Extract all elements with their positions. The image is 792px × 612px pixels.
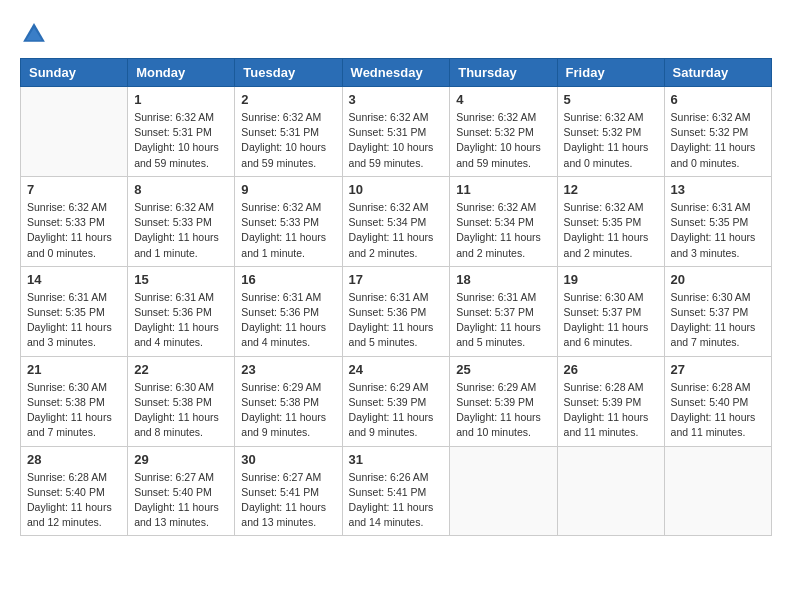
- logo-icon: [20, 20, 48, 48]
- day-info: Sunrise: 6:31 AMSunset: 5:36 PMDaylight:…: [241, 290, 335, 351]
- day-number: 18: [456, 272, 550, 287]
- day-number: 22: [134, 362, 228, 377]
- calendar-cell: 22Sunrise: 6:30 AMSunset: 5:38 PMDayligh…: [128, 356, 235, 446]
- day-info: Sunrise: 6:32 AMSunset: 5:31 PMDaylight:…: [241, 110, 335, 171]
- day-number: 31: [349, 452, 444, 467]
- day-number: 25: [456, 362, 550, 377]
- page-header: [20, 20, 772, 48]
- calendar-cell: [557, 446, 664, 536]
- calendar-cell: 24Sunrise: 6:29 AMSunset: 5:39 PMDayligh…: [342, 356, 450, 446]
- day-number: 11: [456, 182, 550, 197]
- weekday-header-row: SundayMondayTuesdayWednesdayThursdayFrid…: [21, 59, 772, 87]
- calendar-cell: 1Sunrise: 6:32 AMSunset: 5:31 PMDaylight…: [128, 87, 235, 177]
- day-number: 28: [27, 452, 121, 467]
- calendar-cell: [450, 446, 557, 536]
- calendar-cell: 10Sunrise: 6:32 AMSunset: 5:34 PMDayligh…: [342, 176, 450, 266]
- calendar-cell: 11Sunrise: 6:32 AMSunset: 5:34 PMDayligh…: [450, 176, 557, 266]
- day-info: Sunrise: 6:28 AMSunset: 5:40 PMDaylight:…: [671, 380, 765, 441]
- calendar-week-row-1: 1Sunrise: 6:32 AMSunset: 5:31 PMDaylight…: [21, 87, 772, 177]
- weekday-header-thursday: Thursday: [450, 59, 557, 87]
- calendar-cell: 28Sunrise: 6:28 AMSunset: 5:40 PMDayligh…: [21, 446, 128, 536]
- calendar-cell: 15Sunrise: 6:31 AMSunset: 5:36 PMDayligh…: [128, 266, 235, 356]
- day-number: 21: [27, 362, 121, 377]
- day-info: Sunrise: 6:28 AMSunset: 5:39 PMDaylight:…: [564, 380, 658, 441]
- calendar-cell: 23Sunrise: 6:29 AMSunset: 5:38 PMDayligh…: [235, 356, 342, 446]
- day-info: Sunrise: 6:28 AMSunset: 5:40 PMDaylight:…: [27, 470, 121, 531]
- day-info: Sunrise: 6:27 AMSunset: 5:41 PMDaylight:…: [241, 470, 335, 531]
- day-info: Sunrise: 6:31 AMSunset: 5:35 PMDaylight:…: [671, 200, 765, 261]
- day-info: Sunrise: 6:31 AMSunset: 5:36 PMDaylight:…: [349, 290, 444, 351]
- day-number: 1: [134, 92, 228, 107]
- day-number: 19: [564, 272, 658, 287]
- weekday-header-sunday: Sunday: [21, 59, 128, 87]
- calendar-cell: 17Sunrise: 6:31 AMSunset: 5:36 PMDayligh…: [342, 266, 450, 356]
- calendar-cell: 21Sunrise: 6:30 AMSunset: 5:38 PMDayligh…: [21, 356, 128, 446]
- calendar-cell: 29Sunrise: 6:27 AMSunset: 5:40 PMDayligh…: [128, 446, 235, 536]
- day-info: Sunrise: 6:31 AMSunset: 5:35 PMDaylight:…: [27, 290, 121, 351]
- calendar-week-row-4: 21Sunrise: 6:30 AMSunset: 5:38 PMDayligh…: [21, 356, 772, 446]
- day-number: 14: [27, 272, 121, 287]
- calendar-week-row-3: 14Sunrise: 6:31 AMSunset: 5:35 PMDayligh…: [21, 266, 772, 356]
- calendar-cell: 19Sunrise: 6:30 AMSunset: 5:37 PMDayligh…: [557, 266, 664, 356]
- weekday-header-friday: Friday: [557, 59, 664, 87]
- day-info: Sunrise: 6:32 AMSunset: 5:31 PMDaylight:…: [134, 110, 228, 171]
- day-info: Sunrise: 6:30 AMSunset: 5:38 PMDaylight:…: [27, 380, 121, 441]
- day-number: 8: [134, 182, 228, 197]
- calendar-cell: 16Sunrise: 6:31 AMSunset: 5:36 PMDayligh…: [235, 266, 342, 356]
- day-number: 17: [349, 272, 444, 287]
- calendar-cell: 25Sunrise: 6:29 AMSunset: 5:39 PMDayligh…: [450, 356, 557, 446]
- calendar-week-row-2: 7Sunrise: 6:32 AMSunset: 5:33 PMDaylight…: [21, 176, 772, 266]
- day-info: Sunrise: 6:32 AMSunset: 5:32 PMDaylight:…: [671, 110, 765, 171]
- calendar-cell: 26Sunrise: 6:28 AMSunset: 5:39 PMDayligh…: [557, 356, 664, 446]
- day-info: Sunrise: 6:32 AMSunset: 5:35 PMDaylight:…: [564, 200, 658, 261]
- day-info: Sunrise: 6:32 AMSunset: 5:32 PMDaylight:…: [564, 110, 658, 171]
- calendar-cell: 8Sunrise: 6:32 AMSunset: 5:33 PMDaylight…: [128, 176, 235, 266]
- calendar-cell: [664, 446, 771, 536]
- day-number: 27: [671, 362, 765, 377]
- calendar-cell: 5Sunrise: 6:32 AMSunset: 5:32 PMDaylight…: [557, 87, 664, 177]
- calendar-week-row-5: 28Sunrise: 6:28 AMSunset: 5:40 PMDayligh…: [21, 446, 772, 536]
- day-number: 16: [241, 272, 335, 287]
- calendar-cell: [21, 87, 128, 177]
- calendar-cell: 12Sunrise: 6:32 AMSunset: 5:35 PMDayligh…: [557, 176, 664, 266]
- day-number: 7: [27, 182, 121, 197]
- calendar-cell: 18Sunrise: 6:31 AMSunset: 5:37 PMDayligh…: [450, 266, 557, 356]
- calendar-cell: 14Sunrise: 6:31 AMSunset: 5:35 PMDayligh…: [21, 266, 128, 356]
- day-info: Sunrise: 6:29 AMSunset: 5:38 PMDaylight:…: [241, 380, 335, 441]
- calendar-cell: 9Sunrise: 6:32 AMSunset: 5:33 PMDaylight…: [235, 176, 342, 266]
- day-number: 13: [671, 182, 765, 197]
- day-number: 29: [134, 452, 228, 467]
- day-info: Sunrise: 6:32 AMSunset: 5:33 PMDaylight:…: [27, 200, 121, 261]
- day-number: 6: [671, 92, 765, 107]
- day-info: Sunrise: 6:31 AMSunset: 5:37 PMDaylight:…: [456, 290, 550, 351]
- day-number: 23: [241, 362, 335, 377]
- day-info: Sunrise: 6:32 AMSunset: 5:34 PMDaylight:…: [349, 200, 444, 261]
- day-number: 30: [241, 452, 335, 467]
- weekday-header-monday: Monday: [128, 59, 235, 87]
- day-info: Sunrise: 6:31 AMSunset: 5:36 PMDaylight:…: [134, 290, 228, 351]
- day-info: Sunrise: 6:30 AMSunset: 5:37 PMDaylight:…: [671, 290, 765, 351]
- day-number: 20: [671, 272, 765, 287]
- calendar-cell: 13Sunrise: 6:31 AMSunset: 5:35 PMDayligh…: [664, 176, 771, 266]
- day-number: 10: [349, 182, 444, 197]
- day-number: 12: [564, 182, 658, 197]
- logo: [20, 20, 52, 48]
- day-info: Sunrise: 6:26 AMSunset: 5:41 PMDaylight:…: [349, 470, 444, 531]
- day-number: 4: [456, 92, 550, 107]
- weekday-header-wednesday: Wednesday: [342, 59, 450, 87]
- calendar-cell: 4Sunrise: 6:32 AMSunset: 5:32 PMDaylight…: [450, 87, 557, 177]
- calendar-cell: 7Sunrise: 6:32 AMSunset: 5:33 PMDaylight…: [21, 176, 128, 266]
- day-number: 9: [241, 182, 335, 197]
- calendar-cell: 20Sunrise: 6:30 AMSunset: 5:37 PMDayligh…: [664, 266, 771, 356]
- day-info: Sunrise: 6:32 AMSunset: 5:31 PMDaylight:…: [349, 110, 444, 171]
- day-number: 5: [564, 92, 658, 107]
- day-number: 3: [349, 92, 444, 107]
- day-info: Sunrise: 6:29 AMSunset: 5:39 PMDaylight:…: [349, 380, 444, 441]
- day-info: Sunrise: 6:30 AMSunset: 5:38 PMDaylight:…: [134, 380, 228, 441]
- day-number: 15: [134, 272, 228, 287]
- calendar-cell: 30Sunrise: 6:27 AMSunset: 5:41 PMDayligh…: [235, 446, 342, 536]
- weekday-header-saturday: Saturday: [664, 59, 771, 87]
- calendar-cell: 6Sunrise: 6:32 AMSunset: 5:32 PMDaylight…: [664, 87, 771, 177]
- calendar-cell: 3Sunrise: 6:32 AMSunset: 5:31 PMDaylight…: [342, 87, 450, 177]
- calendar-cell: 31Sunrise: 6:26 AMSunset: 5:41 PMDayligh…: [342, 446, 450, 536]
